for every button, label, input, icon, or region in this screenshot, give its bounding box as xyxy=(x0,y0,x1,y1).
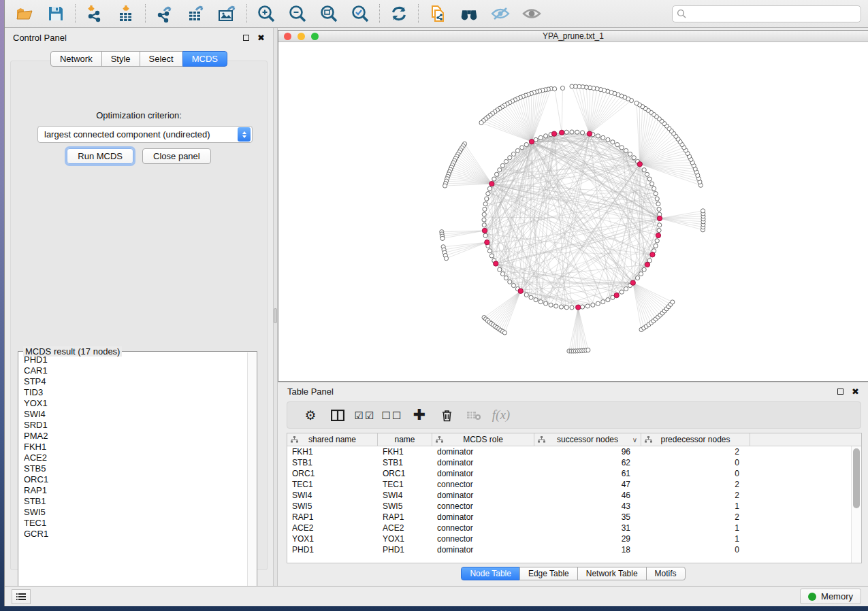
ring-node[interactable] xyxy=(624,286,628,291)
mcds-result-item[interactable]: ACE2 xyxy=(24,452,247,463)
mcds-list-scrollbar[interactable] xyxy=(247,352,256,602)
table-row[interactable]: STB1STB1dominator620 xyxy=(287,457,861,468)
close-panel-icon[interactable]: ✖ xyxy=(257,33,265,42)
window-maximize-icon[interactable] xyxy=(311,33,319,40)
ring-node[interactable] xyxy=(515,148,519,152)
leaf-node[interactable] xyxy=(553,87,557,91)
ring-node[interactable] xyxy=(642,168,646,172)
leaf-node[interactable] xyxy=(440,236,445,240)
ring-node[interactable] xyxy=(524,293,528,297)
mcds-result-item[interactable]: STP4 xyxy=(24,376,247,387)
zoom-fit-button[interactable] xyxy=(319,3,339,24)
ring-node[interactable] xyxy=(487,249,492,253)
ring-node[interactable] xyxy=(489,254,494,258)
criterion-select[interactable]: largest connected component (undirected) xyxy=(37,126,253,143)
ring-node[interactable] xyxy=(596,301,600,306)
mcds-hub-node[interactable] xyxy=(630,280,635,285)
mcds-result-item[interactable]: STB1 xyxy=(24,496,247,507)
table-row[interactable]: TEC1TEC1connector472 xyxy=(287,479,861,490)
mcds-result-item[interactable]: GCR1 xyxy=(24,529,247,540)
table-row[interactable]: SWI5SWI5connector431 xyxy=(287,501,861,512)
mcds-hub-node[interactable] xyxy=(657,216,662,220)
ring-node[interactable] xyxy=(500,271,504,276)
ring-node[interactable] xyxy=(564,130,568,134)
mcds-hub-node[interactable] xyxy=(587,131,592,136)
mcds-hub-node[interactable] xyxy=(529,139,534,144)
leaf-node[interactable] xyxy=(701,209,705,213)
show-all-button[interactable] xyxy=(521,3,542,24)
ring-node[interactable] xyxy=(529,295,533,299)
hide-selected-button[interactable] xyxy=(490,3,511,24)
mcds-hub-node[interactable] xyxy=(637,162,642,167)
zoom-selected-button[interactable] xyxy=(350,3,370,24)
ring-node[interactable] xyxy=(483,233,487,237)
mcds-result-item[interactable]: YOX1 xyxy=(24,398,247,409)
deselect-all-columns-button[interactable]: ☐☐ xyxy=(379,405,406,425)
import-network-button[interactable] xyxy=(84,3,105,24)
open-file-button[interactable] xyxy=(14,3,35,24)
mcds-result-item[interactable]: SWI5 xyxy=(24,507,247,518)
mcds-result-item[interactable]: SWI4 xyxy=(24,409,247,420)
memory-button[interactable]: Memory xyxy=(800,589,861,604)
export-table-button[interactable] xyxy=(186,3,206,24)
ring-node[interactable] xyxy=(485,197,489,201)
refresh-view-button[interactable] xyxy=(389,3,409,24)
ring-node[interactable] xyxy=(628,152,632,156)
panel-splitter[interactable] xyxy=(273,28,278,586)
splitter-grip[interactable] xyxy=(274,308,277,323)
close-panel-button[interactable]: Close panel xyxy=(142,148,211,164)
ring-node[interactable] xyxy=(585,304,590,308)
leaf-node[interactable] xyxy=(570,84,574,88)
ring-node[interactable] xyxy=(620,146,624,150)
ring-node[interactable] xyxy=(570,306,574,310)
leaf-node[interactable] xyxy=(479,120,483,125)
ring-node[interactable] xyxy=(601,135,605,139)
mcds-hub-node[interactable] xyxy=(518,288,523,293)
table-row[interactable]: YOX1YOX1connector291 xyxy=(287,533,861,544)
mcds-result-item[interactable]: ORC1 xyxy=(24,474,247,485)
ring-node[interactable] xyxy=(559,305,563,309)
float-panel-icon[interactable] xyxy=(243,35,249,41)
ring-node[interactable] xyxy=(482,212,486,216)
ring-node[interactable] xyxy=(549,303,553,307)
ring-node[interactable] xyxy=(504,276,508,280)
split-panel-button[interactable] xyxy=(324,405,351,425)
leaf-node[interactable] xyxy=(443,184,447,188)
leaf-node[interactable] xyxy=(502,331,507,335)
ring-node[interactable] xyxy=(486,192,490,196)
column-header-predecessor-nodes[interactable]: predecessor nodes xyxy=(641,433,750,446)
ring-node[interactable] xyxy=(483,202,487,206)
ring-node[interactable] xyxy=(611,140,615,144)
tab-edge-table[interactable]: Edge Table xyxy=(519,567,578,580)
ring-node[interactable] xyxy=(580,305,584,309)
add-column-button[interactable]: ✚ xyxy=(406,405,433,425)
first-neighbors-button[interactable] xyxy=(459,3,479,24)
run-mcds-button[interactable]: Run MCDS xyxy=(67,148,133,164)
mcds-hub-node[interactable] xyxy=(614,293,619,297)
mcds-hub-node[interactable] xyxy=(489,181,494,186)
mcds-hub-node[interactable] xyxy=(494,261,498,266)
ring-node[interactable] xyxy=(498,168,502,172)
tab-network-table[interactable]: Network Table xyxy=(577,567,647,580)
ring-node[interactable] xyxy=(580,131,584,135)
ring-node[interactable] xyxy=(624,148,628,152)
ring-node[interactable] xyxy=(654,192,658,196)
ring-node[interactable] xyxy=(508,280,512,284)
ring-node[interactable] xyxy=(642,267,646,271)
mcds-result-item[interactable]: CAR1 xyxy=(24,365,247,376)
ring-node[interactable] xyxy=(591,303,595,307)
column-header-shared-name[interactable]: shared name xyxy=(287,433,378,446)
leaf-node[interactable] xyxy=(560,86,564,90)
table-row[interactable]: ACE2ACE2connector311 xyxy=(287,523,861,533)
ring-node[interactable] xyxy=(492,177,496,181)
ring-node[interactable] xyxy=(632,156,636,160)
ring-node[interactable] xyxy=(656,202,660,206)
mcds-result-item[interactable]: TID3 xyxy=(24,387,247,398)
mcds-result-list[interactable]: PHD1CAR1STP4TID3YOX1SWI4SRD1PMA2FKH1ACE2… xyxy=(19,352,247,602)
ring-node[interactable] xyxy=(601,300,605,304)
ring-node[interactable] xyxy=(508,156,512,160)
table-row[interactable]: PHD1PHD1dominator180 xyxy=(287,544,861,555)
ring-node[interactable] xyxy=(654,244,658,248)
mcds-hub-node[interactable] xyxy=(559,130,564,135)
ring-node[interactable] xyxy=(504,159,508,163)
